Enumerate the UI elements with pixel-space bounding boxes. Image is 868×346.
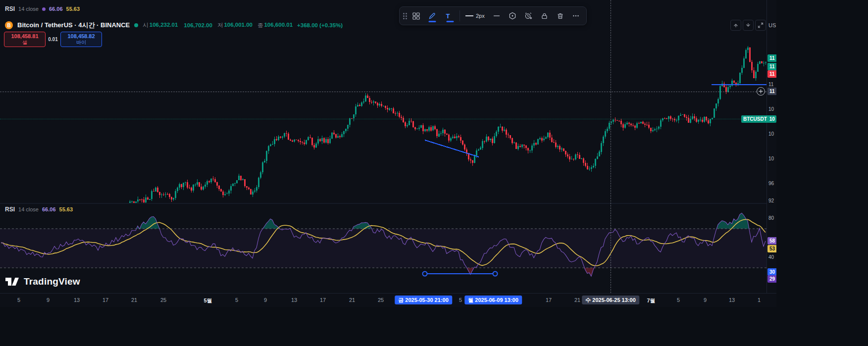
rsi-legend-settings: 14 close bbox=[18, 206, 39, 212]
toolbar-drag-handle-icon[interactable] bbox=[403, 13, 407, 19]
time-axis-label: 21 bbox=[574, 297, 580, 303]
rsi-value: 66.06 bbox=[49, 6, 63, 12]
time-axis-label: 13 bbox=[291, 297, 297, 303]
open-value: 106,232.01 bbox=[150, 22, 178, 29]
price-change: +368.00 (+0.35%) bbox=[297, 22, 343, 28]
symbol-bar: B Bitcoin / TetherUS · 4시간 · BINANCE 시10… bbox=[5, 21, 343, 30]
price-axis-label: 80 bbox=[768, 215, 774, 221]
time-axis-label: 5 bbox=[235, 297, 238, 303]
candlestick-series[interactable] bbox=[0, 46, 766, 204]
pane-divider[interactable] bbox=[0, 203, 766, 204]
bitcoin-logo-icon: B bbox=[5, 21, 13, 29]
lock-icon[interactable] bbox=[538, 9, 551, 23]
time-axis-label: 25 bbox=[378, 297, 384, 303]
price-axis-badge: 11 bbox=[767, 88, 776, 95]
price-axis-label: 92 bbox=[768, 198, 774, 203]
price-chart-pane[interactable] bbox=[0, 0, 766, 204]
symbol-badge-price: 10 bbox=[769, 116, 775, 122]
price-axis-label: 10 bbox=[768, 156, 774, 161]
time-axis-label: 1 bbox=[758, 297, 761, 303]
symbol-badge-label: BTCUSDT bbox=[743, 116, 767, 122]
time-axis-label: 5 bbox=[459, 297, 462, 303]
low-label: 저 bbox=[217, 22, 223, 29]
trade-panel: 108,458.81 셀 0.01 108,458.82 바이 bbox=[4, 32, 102, 47]
layout-grid-icon[interactable] bbox=[409, 9, 423, 23]
trash-icon[interactable] bbox=[554, 9, 567, 23]
indicator-name[interactable]: RSI bbox=[5, 5, 15, 12]
time-axis-label: 25 bbox=[160, 297, 166, 303]
price-axis-badge: 11 bbox=[767, 63, 776, 70]
price-axis-badge: 11 bbox=[767, 70, 776, 78]
price-axis-label: 10 bbox=[768, 131, 774, 137]
price-axis-label: 96 bbox=[768, 181, 774, 186]
time-axis-label: 21 bbox=[349, 297, 355, 303]
scroll-up-button[interactable] bbox=[730, 20, 741, 31]
price-axis-label: 40 bbox=[768, 254, 774, 260]
maximize-pane-button[interactable] bbox=[755, 20, 766, 31]
symbol-title[interactable]: Bitcoin / TetherUS · 4시간 · BINANCE bbox=[17, 21, 130, 30]
drawing-toolbar: T 2px bbox=[399, 6, 587, 25]
time-axis-label: 7월 bbox=[647, 297, 655, 304]
high-value: 106,702.00 bbox=[184, 22, 212, 28]
price-axis-badge: 11 bbox=[767, 54, 776, 62]
low-value: 106,001.00 bbox=[224, 22, 253, 29]
tradingview-logo[interactable]: TradingView bbox=[5, 275, 80, 288]
buy-label: 바이 bbox=[76, 40, 86, 46]
time-axis-label: 17 bbox=[320, 297, 326, 303]
price-axis-label: 10 bbox=[768, 106, 774, 112]
toolbar-separator bbox=[460, 10, 460, 21]
rsi-horizontal-segment-drawing[interactable] bbox=[423, 272, 498, 276]
time-axis-label: 13 bbox=[729, 297, 735, 303]
axis-crosshair-plus-button[interactable] bbox=[757, 87, 765, 96]
scroll-down-button[interactable] bbox=[743, 20, 754, 31]
time-axis[interactable]: 59131721255월5913172125517217월59131금 2025… bbox=[0, 293, 776, 307]
time-axis-label: 17 bbox=[546, 297, 552, 303]
sell-label: 셀 bbox=[22, 40, 27, 46]
time-axis-label: 5 bbox=[677, 297, 680, 303]
rsi-legend-value: 66.06 bbox=[42, 206, 56, 212]
time-axis-label: 5월 bbox=[204, 297, 212, 304]
price-axis-badge: 30 bbox=[767, 268, 776, 276]
price-axis-badge: 29 bbox=[767, 275, 776, 283]
price-axis[interactable]: 11101010969280401111111158533029 bbox=[766, 0, 776, 293]
rsi-legend-name[interactable]: RSI bbox=[5, 206, 15, 213]
quantity-field[interactable]: 0.01 bbox=[46, 32, 60, 47]
buy-button[interactable]: 108,458.82 바이 bbox=[60, 32, 102, 47]
line-width-value: 2px bbox=[476, 13, 485, 19]
pencil-tool-icon[interactable] bbox=[425, 9, 439, 23]
tradingview-chart-app: RSI 14 close 66.06 55.63 B Bitcoin / Tet… bbox=[0, 0, 776, 307]
time-axis-label: 17 bbox=[102, 297, 108, 303]
open-label: 시 bbox=[143, 22, 149, 29]
crosshair-time-badge: 수 2025-06-25 13:00 bbox=[582, 296, 639, 304]
drawing-anchor-time-badge: 월 2025-06-09 13:00 bbox=[464, 296, 522, 304]
rsi-ma-value: 55.63 bbox=[66, 6, 80, 12]
settings-hexagon-icon[interactable] bbox=[506, 9, 519, 23]
line-width-selector[interactable]: 2px bbox=[462, 9, 488, 23]
rsi-pane-legend: RSI 14 close 66.06 55.63 bbox=[5, 206, 73, 213]
time-axis-label: 9 bbox=[704, 297, 707, 303]
sell-button[interactable]: 108,458.81 셀 bbox=[4, 32, 46, 47]
time-axis-label: 9 bbox=[47, 297, 50, 303]
crosshair-horizontal-line bbox=[0, 92, 766, 92]
indicator-color-dot-icon bbox=[42, 7, 46, 11]
ohlc-values: 시106,232.01 106,702.00 저106,001.00 종106,… bbox=[143, 22, 293, 29]
text-color-strip bbox=[447, 21, 454, 22]
line-style-icon[interactable] bbox=[490, 9, 504, 23]
add-alert-clock-icon[interactable] bbox=[522, 9, 535, 23]
more-options-icon[interactable] bbox=[569, 9, 583, 23]
rsi-legend-ma-value: 55.63 bbox=[59, 206, 73, 212]
sell-price: 108,458.81 bbox=[11, 33, 38, 40]
time-axis-label: 21 bbox=[131, 297, 137, 303]
time-axis-label: 9 bbox=[264, 297, 267, 303]
price-axis-badge: 58 bbox=[767, 237, 776, 245]
trendline-drawing[interactable] bbox=[425, 140, 479, 157]
rsi-band-fill bbox=[0, 229, 766, 268]
symbol-price-badge: BTCUSDT 10 bbox=[741, 115, 776, 123]
pencil-color-strip bbox=[428, 21, 436, 22]
rsi-indicator-pane[interactable] bbox=[0, 204, 766, 293]
close-label: 종 bbox=[257, 22, 263, 29]
price-axis-badge: 53 bbox=[767, 245, 776, 252]
time-axis-label: 13 bbox=[74, 297, 80, 303]
crosshair-vertical-line bbox=[611, 0, 611, 293]
tradingview-wordmark: TradingView bbox=[24, 276, 80, 287]
